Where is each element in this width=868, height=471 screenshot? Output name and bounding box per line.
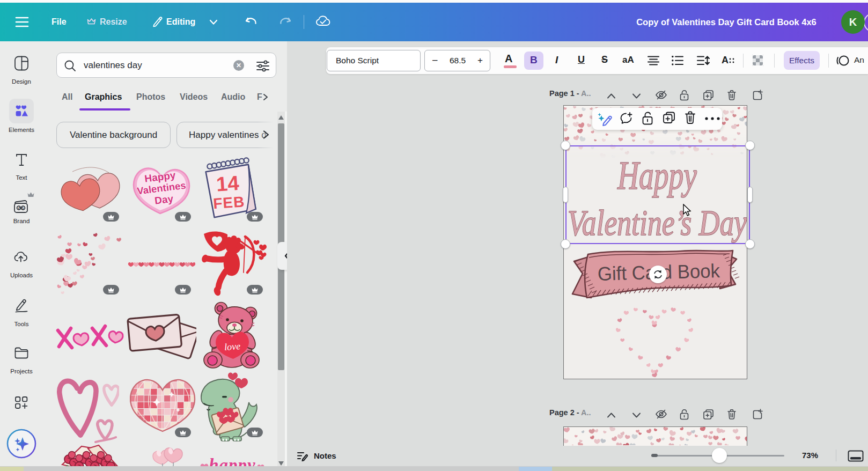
svg-text:love: love: [224, 341, 240, 352]
svg-text:co: co: [18, 205, 24, 211]
svg-text:Day: Day: [154, 193, 174, 206]
svg-text:14: 14: [216, 172, 240, 196]
svg-text:FEB: FEB: [212, 193, 245, 212]
